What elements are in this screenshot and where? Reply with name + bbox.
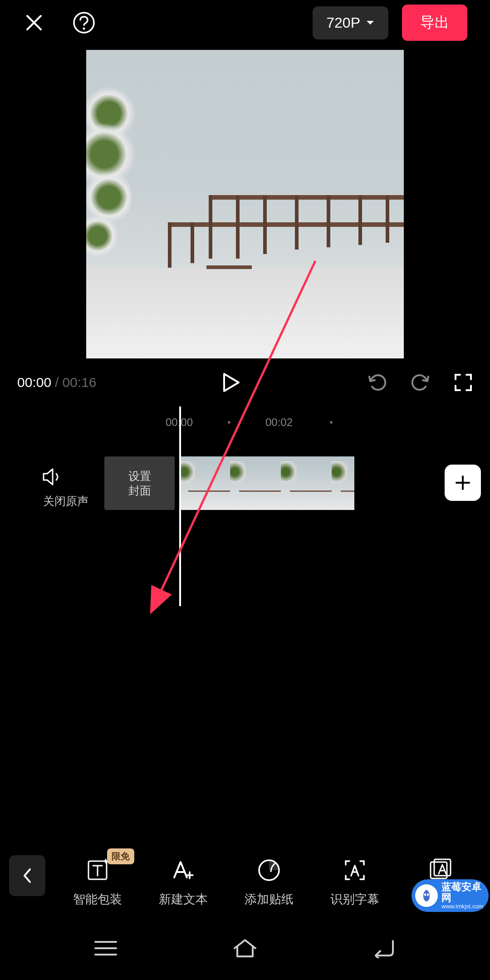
tool-recognize-subtitles[interactable]: 识别字幕 <box>314 858 395 907</box>
cover-label: 封面 <box>128 483 151 498</box>
tool-badge: 限免 <box>107 848 134 864</box>
help-icon <box>73 11 95 34</box>
resolution-button[interactable]: 720P <box>313 6 388 39</box>
tool-label: 识别字幕 <box>330 891 379 907</box>
timeline-tracks: 关闭原声 设置 封面 <box>0 452 490 543</box>
clip-thumbnail[interactable] <box>332 456 354 510</box>
play-button[interactable] <box>222 372 240 393</box>
chevron-left-icon <box>22 867 33 885</box>
tool-label: 添加贴纸 <box>245 891 294 907</box>
home-icon <box>232 937 258 959</box>
current-time: 00:00 <box>17 375 51 390</box>
back-button[interactable] <box>9 855 45 896</box>
watermark-subtitle: www.lmkjst.com <box>441 903 485 910</box>
fullscreen-button[interactable] <box>454 373 473 392</box>
redo-icon <box>410 372 431 393</box>
clip-thumbnail[interactable] <box>179 456 230 510</box>
plus-icon <box>454 474 472 492</box>
dropdown-icon <box>366 20 375 25</box>
playback-bar: 00:00 / 00:16 <box>0 358 490 407</box>
fullscreen-icon <box>454 373 473 392</box>
clip-thumbnail[interactable] <box>281 456 332 510</box>
time-display: 00:00 / 00:16 <box>17 375 97 390</box>
redo-button[interactable] <box>410 372 431 393</box>
undo-icon <box>367 372 387 393</box>
resolution-label: 720P <box>326 15 360 31</box>
nav-menu-button[interactable] <box>93 939 118 957</box>
tool-add-sticker[interactable]: 添加贴纸 <box>228 858 309 907</box>
tool-label: 智能包装 <box>73 891 122 907</box>
nav-home-button[interactable] <box>232 937 258 959</box>
svg-point-8 <box>424 893 426 896</box>
play-icon <box>222 372 240 393</box>
add-clip-button[interactable] <box>445 465 481 501</box>
cover-button[interactable]: 设置 封面 <box>104 456 175 510</box>
tool-label: 新建文本 <box>159 891 208 907</box>
close-button[interactable] <box>23 11 45 34</box>
undo-button[interactable] <box>367 372 387 393</box>
playhead[interactable] <box>179 407 181 606</box>
watermark: 蓝莓安卓网 www.lmkjst.com <box>412 879 489 912</box>
watermark-title: 蓝莓安卓网 <box>441 882 485 903</box>
nav-back-button[interactable] <box>372 938 397 958</box>
ruler-mark: 00:02 <box>265 416 293 429</box>
svg-point-9 <box>427 893 429 896</box>
watermark-logo-icon <box>415 884 438 907</box>
ruler-dot <box>228 421 230 424</box>
tool-smart-package[interactable]: 限免 智能包装 <box>57 858 138 907</box>
clip-thumbnail[interactable] <box>230 456 281 510</box>
clip-track[interactable] <box>179 456 354 510</box>
speaker-icon <box>41 466 64 488</box>
text-sparkle-icon <box>85 858 110 883</box>
menu-icon <box>93 939 118 957</box>
back-icon <box>372 938 397 958</box>
export-label: 导出 <box>420 14 449 30</box>
tool-new-text[interactable]: 新建文本 <box>142 858 224 907</box>
close-icon <box>24 12 44 33</box>
mute-label: 关闭原声 <box>41 494 91 509</box>
total-time: 00:16 <box>62 375 96 390</box>
help-button[interactable] <box>73 11 95 34</box>
export-button[interactable]: 导出 <box>402 5 467 41</box>
cover-label: 设置 <box>128 469 151 484</box>
sticker-icon <box>256 858 282 883</box>
mute-button[interactable]: 关闭原声 <box>41 466 91 509</box>
timeline-section: 00:00 00:02 关闭原声 设置 封面 <box>0 407 490 543</box>
subtitle-focus-icon <box>342 858 368 883</box>
time-separator: / <box>55 375 59 390</box>
text-plus-icon <box>171 858 196 883</box>
video-preview[interactable] <box>86 50 404 358</box>
timeline-ruler[interactable]: 00:00 00:02 <box>0 411 490 434</box>
system-navigation <box>0 916 490 980</box>
ruler-dot <box>330 421 333 424</box>
header-bar: 720P 导出 <box>0 0 490 45</box>
svg-point-1 <box>83 28 85 30</box>
